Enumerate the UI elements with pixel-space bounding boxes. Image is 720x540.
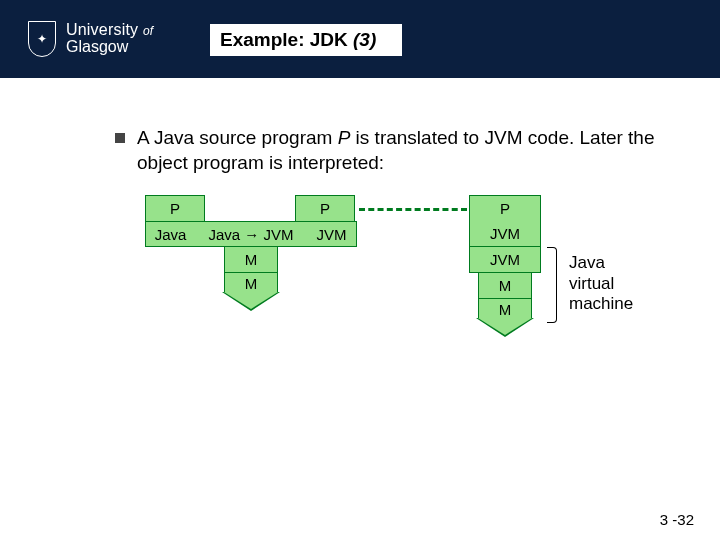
right-row-m1: M <box>478 273 532 299</box>
left-mid-compiler: Java → JVM <box>195 221 307 247</box>
annotation-jvm: Java virtual machine <box>569 253 633 314</box>
slide-header: ✦ University of Glasgow Example: JDK (3) <box>0 0 720 78</box>
left-mid-jvm: JVM <box>307 221 357 247</box>
brace-icon <box>547 247 557 323</box>
left-head-p1: P <box>145 195 205 221</box>
logo-text: University of Glasgow <box>66 22 153 56</box>
tombstone-right: P JVM JVM M M <box>469 195 541 319</box>
right-head-p: P <box>469 195 541 221</box>
right-row-jvm2: JVM <box>469 247 541 273</box>
left-leg-m1: M <box>224 247 278 273</box>
tombstone-left: P P Java Java → JVM JVM M M <box>145 195 357 293</box>
slide-title: Example: JDK (3) <box>210 24 402 56</box>
left-head-p2: P <box>295 195 355 221</box>
diagram: P P Java Java → JVM JVM M M P JVM JVM M <box>115 193 680 403</box>
bullet-program-p: P <box>338 127 351 148</box>
right-row-m2: M <box>478 299 532 319</box>
page-number: 3 -32 <box>660 511 694 528</box>
left-mid-java: Java <box>145 221 195 247</box>
title-text: Example: JDK <box>220 29 353 50</box>
slide-content: A Java source program P is translated to… <box>0 78 720 403</box>
logo-of: of <box>143 24 153 38</box>
logo-line1: University <box>66 21 138 38</box>
title-number-italic: (3) <box>353 29 376 50</box>
bullet-square-icon <box>115 133 125 143</box>
bullet-item: A Java source program P is translated to… <box>115 126 680 175</box>
left-leg-m2: M <box>224 273 278 293</box>
dashed-arrow <box>359 208 467 211</box>
right-row-jvm1: JVM <box>469 221 541 247</box>
university-logo: ✦ University of Glasgow <box>0 21 153 57</box>
bullet-text: A Java source program P is translated to… <box>137 126 680 175</box>
crest-icon: ✦ <box>28 21 56 57</box>
logo-line2: Glasgow <box>66 39 153 56</box>
bullet-text-1: A Java source program <box>137 127 338 148</box>
